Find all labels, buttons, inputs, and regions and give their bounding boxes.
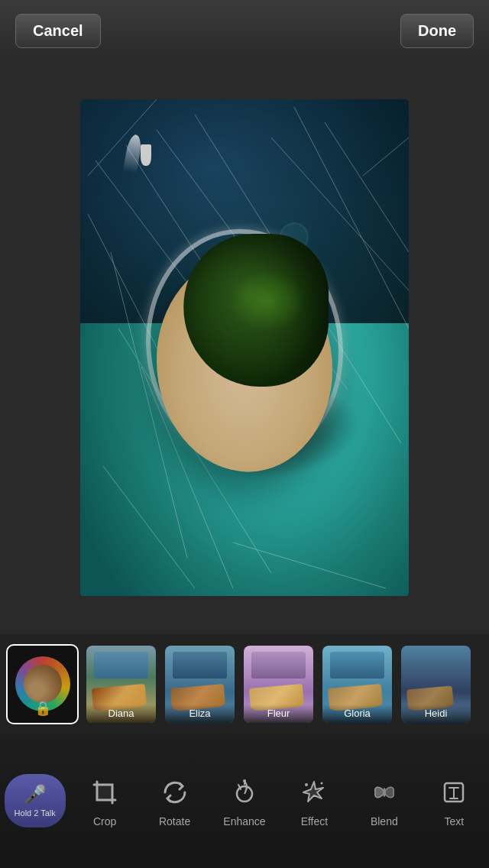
effect-label: Effect xyxy=(301,815,329,828)
filter-label-heidi: Heidi xyxy=(401,704,471,723)
svg-line-7 xyxy=(325,122,409,252)
app-header: Cancel Done xyxy=(0,0,489,61)
effect-icon xyxy=(296,774,332,811)
filter-thumb-original[interactable]: 🔒 xyxy=(6,644,79,724)
toolbar: 🎤 Hold 2 Talk Crop Rotate xyxy=(0,734,489,868)
filter-bar: 🔒 Diana Eliza Fleur Gloria xyxy=(0,634,489,734)
svg-point-20 xyxy=(321,782,323,785)
microphone-icon: 🎤 xyxy=(24,784,47,805)
boat xyxy=(133,144,160,190)
tree-highlight xyxy=(228,270,305,332)
svg-line-10 xyxy=(233,542,386,588)
svg-rect-16 xyxy=(97,785,112,800)
filter-thumb-gloria[interactable]: Gloria xyxy=(321,644,393,724)
svg-point-18 xyxy=(243,779,246,782)
svg-point-21 xyxy=(383,788,386,797)
blend-icon xyxy=(366,774,403,811)
text-button[interactable]: Text xyxy=(419,774,489,828)
crop-label: Crop xyxy=(93,815,116,828)
enhance-label: Enhance xyxy=(223,815,265,828)
svg-line-11 xyxy=(103,466,195,588)
filter-label-diana: Diana xyxy=(86,704,156,723)
enhance-button[interactable]: Enhance xyxy=(209,774,279,828)
photo-frame[interactable] xyxy=(80,99,409,596)
lock-icon: 🔒 xyxy=(34,700,51,717)
cancel-button[interactable]: Cancel xyxy=(15,14,101,48)
enhance-icon xyxy=(226,774,263,811)
hold2talk-label: Hold 2 Talk xyxy=(15,808,56,818)
rotate-icon xyxy=(157,774,193,811)
blend-label: Blend xyxy=(371,815,398,828)
main-canvas xyxy=(0,61,489,634)
text-label: Text xyxy=(444,815,464,828)
filter-label-gloria: Gloria xyxy=(322,704,392,723)
svg-point-19 xyxy=(305,783,308,786)
svg-line-13 xyxy=(363,138,409,176)
rotate-label: Rotate xyxy=(159,815,190,828)
hold2talk-button[interactable]: 🎤 Hold 2 Talk xyxy=(0,774,70,828)
crop-icon xyxy=(86,774,123,811)
filter-label-eliza: Eliza xyxy=(165,704,235,723)
crop-button[interactable]: Crop xyxy=(70,774,139,828)
effect-button[interactable]: Effect xyxy=(280,774,349,828)
filter-thumb-diana[interactable]: Diana xyxy=(85,644,157,724)
done-button[interactable]: Done xyxy=(400,14,474,48)
filter-thumb-heidi[interactable]: Heidi xyxy=(400,644,472,724)
filter-thumb-eliza[interactable]: Eliza xyxy=(164,644,236,724)
filter-label-fleur: Fleur xyxy=(244,704,313,723)
text-icon xyxy=(436,774,472,811)
blend-button[interactable]: Blend xyxy=(349,774,419,828)
rotate-button[interactable]: Rotate xyxy=(140,774,209,828)
filter-thumb-fleur[interactable]: Fleur xyxy=(242,644,315,724)
